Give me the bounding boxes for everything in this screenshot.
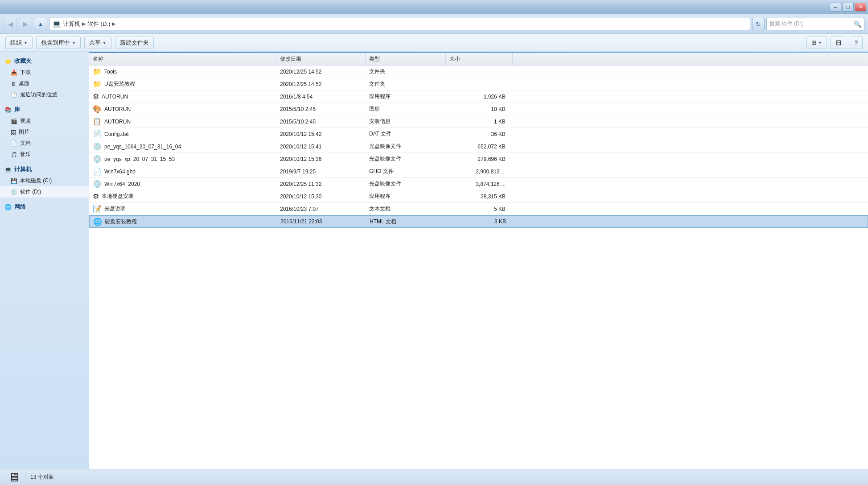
file-name-cell: 📁 U盘安装教程	[89, 80, 276, 88]
file-name-cell: ⚙ 本地硬盘安装	[89, 192, 276, 201]
download-icon: 📥	[11, 70, 17, 76]
search-bar[interactable]: 搜索 软件 (D:) 🔍	[766, 18, 864, 30]
file-size-cell: 5 KB	[446, 206, 513, 212]
col-header-type[interactable]: 类型	[366, 53, 446, 65]
include-library-label: 包含到库中	[41, 39, 70, 47]
file-size-cell: 652,072 KB	[446, 144, 513, 150]
table-row[interactable]: 📋 AUTORUN 2015/5/10 2:45 安装信息 1 KB	[89, 115, 868, 128]
forward-button[interactable]: ▶	[19, 18, 32, 30]
col-header-size[interactable]: 大小	[446, 53, 513, 65]
library-label: 库	[14, 106, 20, 114]
table-row[interactable]: 💿 pe_yqs_xp_20_07_31_15_53 2020/10/12 15…	[89, 153, 868, 165]
drive-d-icon: 💿	[11, 189, 17, 195]
new-folder-button[interactable]: 新建文件夹	[115, 37, 154, 49]
sidebar-item-download[interactable]: 📥 下载	[0, 67, 89, 78]
sidebar-group-network[interactable]: 🌐 网络	[0, 201, 89, 213]
maximize-button[interactable]: □	[842, 3, 854, 12]
sidebar-item-image[interactable]: 🖼 图片	[0, 127, 89, 138]
sidebar-item-recent[interactable]: 🕐 最近访问的位置	[0, 89, 89, 100]
sidebar-item-music[interactable]: 🎵 音乐	[0, 149, 89, 160]
sidebar-item-drive-d[interactable]: 💿 软件 (D:)	[0, 186, 89, 197]
table-row[interactable]: 📄 Win7x64.gho 2019/9/7 19:25 GHO 文件 2,90…	[89, 165, 868, 178]
table-row[interactable]: 📁 U盘安装教程 2020/12/25 14:52 文件夹	[89, 78, 868, 90]
computer-icon: 💻	[52, 20, 61, 28]
col-header-modified[interactable]: 修改日期	[276, 53, 366, 65]
file-name: 光盘说明	[104, 205, 126, 213]
back-button[interactable]: ◀	[4, 18, 17, 30]
sidebar-group-library[interactable]: 📚 库	[0, 104, 89, 115]
breadcrumb-drive[interactable]: 软件 (D:)	[87, 20, 110, 28]
file-list: 📁 Tools 2020/12/25 14:52 文件夹 📁 U盘安装教程 20…	[89, 66, 868, 228]
help-button[interactable]: ?	[850, 37, 863, 49]
file-type-icon: 📝	[93, 205, 102, 213]
file-type-icon: 📁	[93, 80, 102, 88]
close-button[interactable]: ✕	[855, 3, 866, 12]
table-row[interactable]: ⚙ 本地硬盘安装 2020/10/12 15:30 应用程序 28,315 KB	[89, 190, 868, 203]
breadcrumb-computer[interactable]: 计算机	[63, 20, 80, 28]
sidebar-item-desktop[interactable]: 🖥 桌面	[0, 78, 89, 89]
include-library-button[interactable]: 包含到库中 ▼	[36, 37, 81, 49]
table-row[interactable]: 📁 Tools 2020/12/25 14:52 文件夹	[89, 66, 868, 78]
table-row[interactable]: 📄 Config.dat 2020/10/12 15:42 DAT 文件 36 …	[89, 128, 868, 140]
table-row[interactable]: 📝 光盘说明 2016/10/23 7:07 文本文档 5 KB	[89, 203, 868, 215]
file-name: 硬盘安装教程	[105, 218, 137, 226]
sidebar-group-computer[interactable]: 💻 计算机	[0, 164, 89, 175]
col-header-name[interactable]: 名称	[89, 53, 276, 65]
organize-arrow: ▼	[24, 41, 28, 45]
table-row[interactable]: 🎨 AUTORUN 2015/5/10 2:45 图标 10 KB	[89, 103, 868, 115]
file-size-cell: 10 KB	[446, 106, 513, 112]
file-type-icon: 💿	[93, 155, 102, 163]
sidebar-group-favorites[interactable]: ⭐ 收藏夹	[0, 55, 89, 67]
file-size-cell: 2,900,813 ...	[446, 169, 513, 175]
view-toggle-button[interactable]: ⊞ ▼	[806, 37, 827, 49]
file-type-cell: 安装信息	[366, 118, 446, 125]
file-type-cell: DAT 文件	[366, 130, 446, 138]
file-modified-cell: 2020/10/12 15:30	[276, 193, 366, 200]
image-icon: 🖼	[11, 129, 16, 136]
file-modified-cell: 2020/12/25 11:32	[276, 181, 366, 187]
window-controls: ─ □ ✕	[830, 3, 866, 12]
file-name-cell: 📄 Config.dat	[89, 130, 276, 138]
file-type-cell: 图标	[366, 105, 446, 113]
column-headers: 名称 修改日期 类型 大小	[89, 53, 868, 66]
up-button[interactable]: ▲	[34, 18, 47, 30]
search-icon[interactable]: 🔍	[854, 21, 861, 28]
sidebar-item-document[interactable]: 📄 文档	[0, 138, 89, 149]
file-name: pe_yqs_xp_20_07_31_15_53	[104, 156, 175, 162]
file-modified-cell: 2016/11/21 22:03	[277, 218, 366, 225]
table-row[interactable]: ⚙ AUTORUN 2016/1/8 4:54 应用程序 1,926 KB	[89, 90, 868, 103]
share-button[interactable]: 共享 ▼	[84, 37, 111, 49]
file-type-cell: HTML 文档	[366, 218, 446, 226]
file-type-cell: 文件夹	[366, 68, 446, 75]
file-modified-cell: 2016/10/23 7:07	[276, 206, 366, 212]
minimize-button[interactable]: ─	[830, 3, 841, 12]
include-library-arrow: ▼	[72, 41, 76, 45]
video-label: 视频	[20, 117, 31, 125]
file-modified-cell: 2015/5/10 2:45	[276, 106, 366, 112]
file-type-icon: ⚙	[93, 192, 99, 201]
file-name: AUTORUN	[104, 119, 131, 125]
file-name-cell: 📝 光盘说明	[89, 205, 276, 213]
sidebar-section-favorites: ⭐ 收藏夹 📥 下载 🖥 桌面 🕐 最近访问的位置	[0, 55, 89, 100]
network-icon: 🌐	[4, 204, 12, 210]
main-layout: ⭐ 收藏夹 📥 下载 🖥 桌面 🕐 最近访问的位置 📚 库	[0, 52, 868, 469]
table-row[interactable]: 💿 Win7x64_2020 2020/12/25 11:32 光盘映像文件 3…	[89, 178, 868, 190]
computer-group-icon: 💻	[4, 166, 12, 173]
computer-label: 计算机	[14, 165, 32, 173]
file-name: Config.dat	[104, 131, 129, 137]
table-row[interactable]: 💿 pe_yqs_1064_20_07_31_16_04 2020/10/12 …	[89, 140, 868, 153]
file-modified-cell: 2015/5/10 2:45	[276, 119, 366, 125]
file-size-cell: 3 KB	[446, 218, 513, 225]
sidebar-item-drive-c[interactable]: 💾 本地磁盘 (C:)	[0, 175, 89, 186]
refresh-button[interactable]: ↻	[752, 18, 765, 30]
search-placeholder: 搜索 软件 (D:)	[769, 20, 854, 28]
file-size-cell: 1 KB	[446, 119, 513, 125]
file-name: AUTORUN	[102, 94, 128, 100]
file-name: AUTORUN	[104, 106, 131, 112]
file-type-icon: 💿	[93, 180, 102, 188]
sidebar-item-video[interactable]: 🎬 视频	[0, 115, 89, 127]
organize-button[interactable]: 组织 ▼	[5, 37, 33, 49]
layout-button[interactable]: ⊟	[831, 37, 846, 49]
table-row[interactable]: 🌐 硬盘安装教程 2016/11/21 22:03 HTML 文档 3 KB	[89, 215, 868, 228]
file-modified-cell: 2020/12/25 14:52	[276, 81, 366, 87]
